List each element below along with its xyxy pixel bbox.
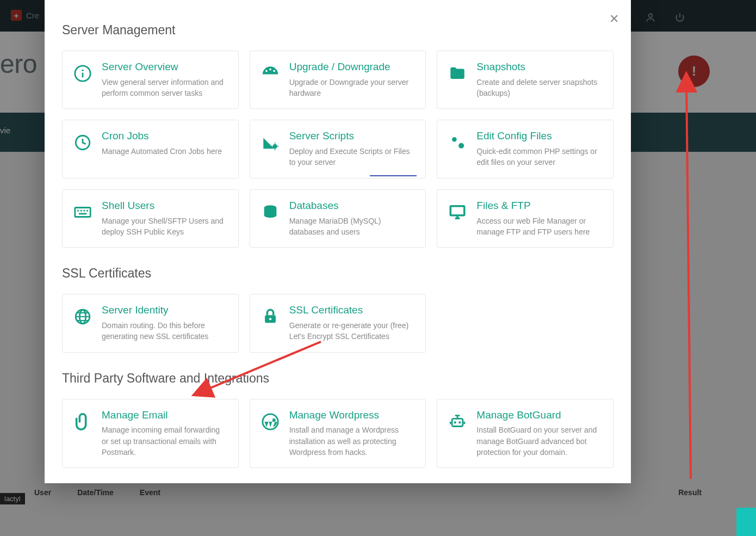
card-desc: Generate or re-generate your (free) Let'… (289, 320, 416, 342)
clock-icon (72, 130, 93, 168)
folder-icon (447, 61, 468, 98)
card-desc: Install BotGuard on your server and mana… (476, 424, 603, 458)
lock-icon (260, 304, 281, 342)
card-desc: Access our web File Manager or manage FT… (476, 215, 603, 238)
card-databases[interactable]: Databases Manage MariaDB (MySQL) databas… (250, 189, 426, 248)
svg-point-7 (458, 143, 464, 149)
help-widget[interactable] (736, 508, 756, 536)
card-title: Files & FTP (476, 200, 603, 212)
gears-icon (447, 130, 468, 168)
card-upgrade[interactable]: Upgrade / Downgrade Upgrade or Downgrade… (250, 51, 426, 109)
card-title: Server Scripts (289, 130, 416, 143)
svg-rect-15 (451, 206, 465, 215)
paperclip-icon (72, 409, 93, 458)
deploy-icon (260, 130, 281, 168)
wordpress-icon (260, 409, 281, 458)
svg-point-23 (458, 421, 461, 423)
card-server-identity[interactable]: Server Identity Domain routing. Do this … (62, 294, 239, 352)
card-desc: Manage Automated Cron Jobs here (102, 146, 228, 157)
svg-rect-8 (75, 207, 90, 217)
svg-rect-10 (80, 210, 82, 212)
robot-icon (447, 409, 468, 458)
card-title: Upgrade / Downgrade (289, 61, 416, 73)
card-desc: Quick-edit common PHP settings or edit f… (476, 146, 603, 168)
svg-rect-12 (86, 210, 88, 212)
card-title: Manage BotGuard (476, 409, 603, 422)
globe-icon (72, 304, 93, 342)
card-manage-wordpress[interactable]: Manage Wordpress Install and manage a Wo… (250, 399, 426, 469)
third-party-grid: Manage Email Manage incoming email forwa… (62, 399, 614, 469)
card-manage-email[interactable]: Manage Email Manage incoming email forwa… (62, 399, 239, 469)
card-server-overview[interactable]: Server Overview View general server info… (62, 51, 239, 109)
server-management-grid: Server Overview View general server info… (62, 51, 614, 248)
keyboard-icon (72, 200, 93, 237)
svg-point-2 (82, 70, 83, 71)
card-files[interactable]: Files & FTP Access our web File Manager … (437, 189, 614, 248)
section-server-management: Server Management (62, 23, 614, 38)
section-third-party: Third Party Software and Integrations (62, 371, 614, 386)
svg-rect-9 (77, 210, 79, 212)
card-title: Snapshots (476, 61, 603, 73)
info-icon (72, 61, 93, 98)
server-management-modal: ✕ Server Management Server Overview View… (45, 0, 631, 483)
card-desc: Manage incoming email forwarding or set … (102, 424, 228, 458)
card-title: Server Identity (102, 304, 228, 317)
svg-rect-11 (83, 210, 85, 212)
card-manage-botguard[interactable]: Manage BotGuard Install BotGuard on your… (437, 399, 614, 469)
card-title: Manage Wordpress (289, 409, 416, 422)
accent-underline (370, 175, 417, 176)
svg-rect-21 (452, 418, 463, 426)
section-ssl: SSL Certificates (62, 266, 614, 281)
card-ssl-certificates[interactable]: SSL Certificates Generate or re-generate… (250, 294, 426, 352)
card-shell[interactable]: Shell Users Manage your Shell/SFTP Users… (62, 189, 239, 248)
card-scripts[interactable]: Server Scripts Deploy and Execute Script… (250, 120, 426, 178)
card-title: Server Overview (102, 61, 228, 73)
card-desc: Create and delete server snapshots (back… (476, 77, 603, 99)
card-desc: Manage MariaDB (MySQL) databases and use… (289, 215, 416, 238)
modal-body: Server Management Server Overview View g… (45, 0, 631, 483)
card-snapshots[interactable]: Snapshots Create and delete server snaps… (437, 51, 614, 109)
card-desc: Upgrade or Downgrade your server hardwar… (289, 77, 416, 99)
svg-point-5 (272, 144, 277, 149)
card-desc: Install and manage a Wordpress installat… (289, 424, 416, 458)
monitor-icon (447, 200, 468, 237)
svg-point-19 (269, 318, 271, 320)
ssl-grid: Server Identity Domain routing. Do this … (62, 294, 614, 352)
dashboard-icon (260, 61, 281, 98)
svg-rect-13 (79, 213, 86, 214)
card-title: Shell Users (102, 200, 228, 212)
card-cron[interactable]: Cron Jobs Manage Automated Cron Jobs her… (62, 120, 239, 178)
card-config[interactable]: Edit Config Files Quick-edit common PHP … (437, 120, 614, 178)
card-title: Manage Email (102, 409, 228, 422)
svg-rect-3 (82, 73, 84, 78)
card-title: Databases (289, 200, 416, 212)
svg-point-22 (454, 421, 456, 423)
card-desc: Domain routing. Do this before generatin… (102, 320, 228, 342)
close-icon[interactable]: ✕ (609, 13, 619, 25)
svg-point-6 (452, 137, 457, 142)
database-icon (260, 200, 281, 237)
card-desc: View general server information and perf… (102, 77, 228, 99)
card-title: Edit Config Files (476, 130, 603, 143)
card-desc: Deploy and Execute Scripts or Files to y… (289, 146, 416, 168)
card-desc: Manage your Shell/SFTP Users and deploy … (102, 215, 228, 238)
card-title: Cron Jobs (102, 130, 228, 143)
card-title: SSL Certificates (289, 304, 416, 317)
